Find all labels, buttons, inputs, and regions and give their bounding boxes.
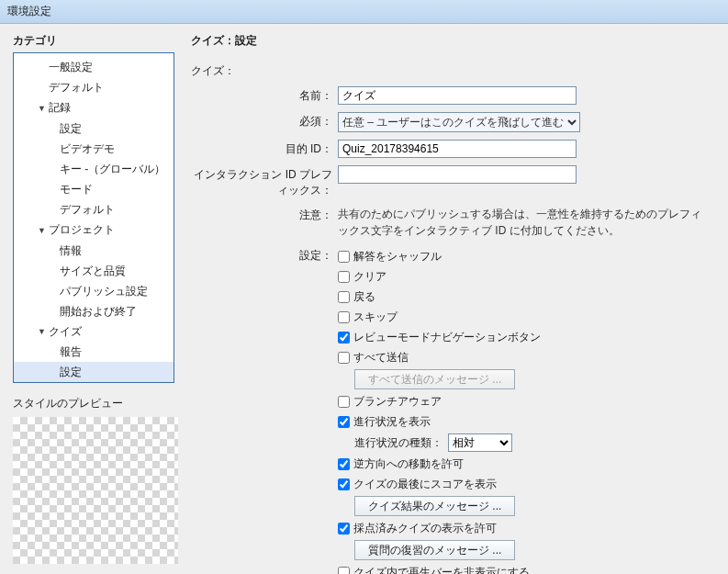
- notice-label: 注意：: [191, 206, 338, 223]
- review-message-button[interactable]: 質問の復習のメッセージ ...: [354, 540, 515, 560]
- progress-type-row: 進行状況の種類： 相対: [354, 433, 710, 452]
- chevron-down-icon: ▼: [38, 100, 47, 117]
- section-title: クイズ：設定: [191, 33, 710, 49]
- settings-label: 設定：: [191, 248, 338, 264]
- category-heading: カテゴリ: [13, 33, 174, 49]
- tree-item-label: クイズ: [49, 325, 82, 338]
- tree-item-label: 設定: [60, 122, 82, 135]
- tree-item[interactable]: 情報: [14, 241, 174, 261]
- objective-id-input[interactable]: [338, 140, 577, 158]
- check-branch-aware[interactable]: ブランチアウェア: [338, 393, 710, 410]
- style-preview-label: スタイルのプレビュー: [13, 396, 174, 411]
- check-clear[interactable]: クリア: [338, 268, 710, 285]
- tree-item[interactable]: デフォルト: [14, 199, 174, 219]
- content-area: カテゴリ 一般設定デフォルト▼記録設定ビデオデモキー -（グローバル）モードデフ…: [0, 24, 728, 574]
- tree-item[interactable]: ▼プロジェクト: [14, 219, 174, 241]
- tree-item-label: モード: [60, 183, 93, 196]
- progress-type-select[interactable]: 相対: [448, 433, 512, 452]
- tree-item-label: 情報: [60, 244, 82, 257]
- tree-item[interactable]: ▼クイズ: [14, 321, 174, 343]
- tree-item[interactable]: パブリッシュ設定: [14, 281, 174, 301]
- name-label: 名前：: [191, 86, 338, 104]
- quiz-label: クイズ：: [191, 62, 246, 79]
- settings-checks: 解答をシャッフル クリア 戻る スキップ レビューモードナビゲーションボタン す…: [338, 248, 710, 574]
- check-shuffle[interactable]: 解答をシャッフル: [338, 248, 710, 264]
- left-pane: カテゴリ 一般設定デフォルト▼記録設定ビデオデモキー -（グローバル）モードデフ…: [0, 24, 184, 574]
- tree-item[interactable]: 合格 / 不合格: [14, 382, 174, 383]
- check-show-graded[interactable]: 採点済みクイズの表示を許可: [338, 520, 710, 536]
- tree-item[interactable]: 開始および終了: [14, 301, 174, 321]
- interaction-prefix-input[interactable]: [338, 165, 577, 184]
- check-review-nav[interactable]: レビューモードナビゲーションボタン: [338, 329, 710, 345]
- check-show-score-end[interactable]: クイズの最後にスコアを表示: [338, 476, 710, 492]
- right-pane: クイズ：設定 クイズ： 名前： 必須： 任意 – ユーザーはこのクイズを飛ばして…: [184, 24, 728, 574]
- tree-item[interactable]: デフォルト: [14, 77, 174, 97]
- submit-all-message-button: すべて送信のメッセージ ...: [354, 369, 515, 389]
- tree-item[interactable]: 一般設定: [14, 57, 174, 77]
- interaction-prefix-label: インタラクション ID プレフィックス：: [191, 165, 338, 198]
- tree-item-label: パブリッシュ設定: [60, 285, 148, 298]
- progress-type-label: 進行状況の種類：: [354, 435, 442, 451]
- tree-item-label: 記録: [49, 101, 71, 114]
- tree-item-label: デフォルト: [60, 203, 115, 216]
- tree-item-label: ビデオデモ: [60, 142, 115, 155]
- style-preview: [13, 417, 178, 564]
- required-label: 必須：: [191, 112, 338, 129]
- chevron-down-icon: ▼: [38, 222, 47, 239]
- notice-text: 共有のためにパブリッシュする場合は、一意性を維持するためのプレフィックス文字をイ…: [338, 206, 710, 239]
- tree-item-label: 設定: [60, 366, 82, 378]
- tree-item[interactable]: ビデオデモ: [14, 139, 174, 159]
- tree-item[interactable]: 報告: [14, 342, 174, 362]
- check-allow-back-nav[interactable]: 逆方向への移動を許可: [338, 456, 710, 472]
- check-show-progress[interactable]: 進行状況を表示: [338, 413, 710, 430]
- tree-item-label: 報告: [60, 345, 82, 358]
- tree-item-label: プロジェクト: [49, 223, 115, 236]
- quiz-result-message-button[interactable]: クイズ結果のメッセージ ...: [354, 496, 515, 516]
- objective-id-label: 目的 ID：: [191, 140, 338, 157]
- tree-item[interactable]: 設定: [14, 118, 174, 139]
- category-tree[interactable]: 一般設定デフォルト▼記録設定ビデオデモキー -（グローバル）モードデフォルト▼プ…: [13, 52, 174, 383]
- tree-item[interactable]: サイズと品質: [14, 261, 174, 281]
- chevron-down-icon: ▼: [38, 323, 47, 340]
- tree-item-label: デフォルト: [49, 81, 104, 94]
- tree-item[interactable]: 設定: [14, 362, 174, 382]
- window-title: 環境設定: [7, 5, 51, 17]
- tree-item-label: 開始および終了: [60, 305, 137, 318]
- window-titlebar: 環境設定: [0, 0, 728, 24]
- check-back[interactable]: 戻る: [338, 288, 710, 305]
- tree-item-label: 一般設定: [49, 61, 93, 73]
- tree-item[interactable]: モード: [14, 179, 174, 199]
- tree-item-label: サイズと品質: [60, 264, 126, 277]
- check-submit-all[interactable]: すべて送信: [338, 349, 710, 366]
- tree-item-label: キー -（グローバル）: [60, 163, 165, 175]
- name-input[interactable]: [338, 86, 577, 105]
- required-select[interactable]: 任意 – ユーザーはこのクイズを飛ばして進むこと...: [338, 112, 580, 132]
- tree-item[interactable]: ▼記録: [14, 97, 174, 118]
- tree-item[interactable]: キー -（グローバル）: [14, 159, 174, 179]
- check-hide-playbar[interactable]: クイズ内で再生バーを非表示にする: [338, 564, 710, 574]
- check-skip[interactable]: スキップ: [338, 309, 710, 325]
